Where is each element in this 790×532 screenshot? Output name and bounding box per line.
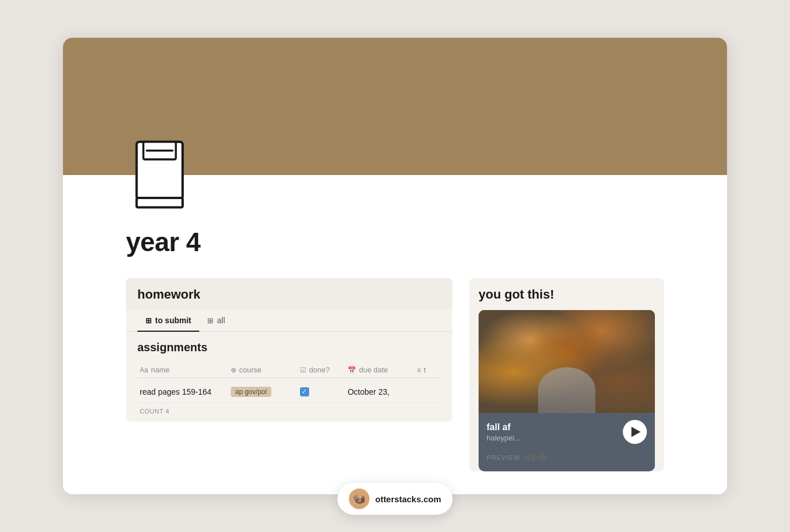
count-label: COUNT: [140, 408, 164, 415]
col-header-name: Aa name: [140, 366, 226, 374]
main-container: year 4 homework ⊞ to submit ⊞ all: [63, 38, 727, 494]
tab-all-label: all: [217, 316, 225, 325]
col-label-due: due date: [359, 366, 388, 374]
spotify-album-art: [479, 310, 655, 413]
book-icon: [126, 138, 195, 215]
course-tag[interactable]: ap gov/pol: [231, 387, 271, 397]
page-title: year 4: [126, 227, 664, 257]
waveform-bar: [539, 454, 540, 461]
waveform-bar: [530, 455, 532, 460]
table-row: read pages 159-164 ap gov/pol October 23…: [137, 380, 441, 403]
homework-section: homework ⊞ to submit ⊞ all assignments: [126, 278, 452, 422]
cell-due-date: October 23,: [347, 387, 412, 396]
spotify-heading: you got this!: [479, 287, 655, 302]
cell-done: [300, 387, 343, 396]
play-button[interactable]: [623, 420, 647, 444]
count-value: 4: [165, 408, 169, 415]
waveform-bar: [524, 455, 526, 460]
spotify-text-block: fall af haleypei...: [487, 422, 623, 442]
book-icon-wrapper: [126, 138, 195, 215]
spotify-track-name: fall af: [487, 422, 623, 432]
browser-avatar: 🦦: [349, 489, 369, 509]
waveform-bar: [544, 455, 546, 460]
preview-label: PREVIEW: [487, 454, 520, 461]
browser-url: otterstacks.com: [375, 494, 441, 504]
table-icon-submit: ⊞: [145, 316, 152, 325]
assignments-title: assignments: [137, 341, 441, 354]
waveform-bar: [527, 454, 529, 462]
count-row: COUNT 4: [137, 403, 441, 422]
cell-course: ap gov/pol: [231, 386, 295, 397]
col-label-course: course: [239, 366, 262, 374]
col-header-t: ≡ t: [417, 366, 439, 374]
feet-silhouette: [538, 367, 595, 413]
spotify-artist: haleypei...: [487, 434, 623, 442]
col-icon-due: 📅: [347, 366, 356, 374]
col-header-course: ⊕ course: [231, 366, 295, 374]
play-icon: [631, 427, 641, 437]
col-header-due: 📅 due date: [347, 366, 412, 374]
waveform-bar: [533, 453, 535, 462]
homework-header: homework: [126, 278, 452, 310]
tabs-row: ⊞ to submit ⊞ all: [126, 310, 452, 332]
avatar-emoji: 🦦: [353, 493, 365, 505]
preview-bar: PREVIEW: [479, 450, 655, 471]
col-icon-t: ≡: [417, 366, 421, 374]
waveform-bar: [536, 456, 538, 459]
col-icon-name: Aa: [140, 366, 148, 374]
header-banner: [63, 38, 727, 175]
col-icon-done: ☑: [300, 366, 306, 374]
cell-assignment-name: read pages 159-164: [140, 387, 226, 396]
spotify-info: fall af haleypei...: [479, 413, 655, 450]
col-icon-course: ⊕: [231, 366, 236, 374]
tab-to-submit[interactable]: ⊞ to submit: [137, 310, 199, 332]
assignments-section: assignments Aa name ⊕ course ☑ done?: [126, 332, 452, 422]
col-label-done: done?: [309, 366, 330, 374]
tab-submit-label: to submit: [155, 316, 191, 325]
main-grid: homework ⊞ to submit ⊞ all assignments: [126, 278, 664, 471]
spotify-widget: ● fall af haleypei...: [479, 310, 655, 471]
svg-rect-1: [137, 198, 183, 208]
table-icon-all: ⊞: [207, 316, 214, 325]
waveform: [524, 452, 546, 463]
checkbox-done[interactable]: [300, 387, 309, 396]
table-header: Aa name ⊕ course ☑ done? 📅: [137, 362, 441, 378]
waveform-bar: [542, 452, 543, 463]
browser-bar: 🦦 otterstacks.com: [337, 483, 452, 515]
col-label-name: name: [151, 366, 170, 374]
spotify-section: you got this! ● fall af haleypei...: [469, 278, 664, 471]
content-area: year 4 homework ⊞ to submit ⊞ all: [63, 175, 727, 494]
homework-title: homework: [137, 287, 200, 301]
tab-all[interactable]: ⊞ all: [199, 310, 233, 332]
col-header-done: ☑ done?: [300, 366, 343, 374]
col-label-t: t: [424, 366, 426, 374]
